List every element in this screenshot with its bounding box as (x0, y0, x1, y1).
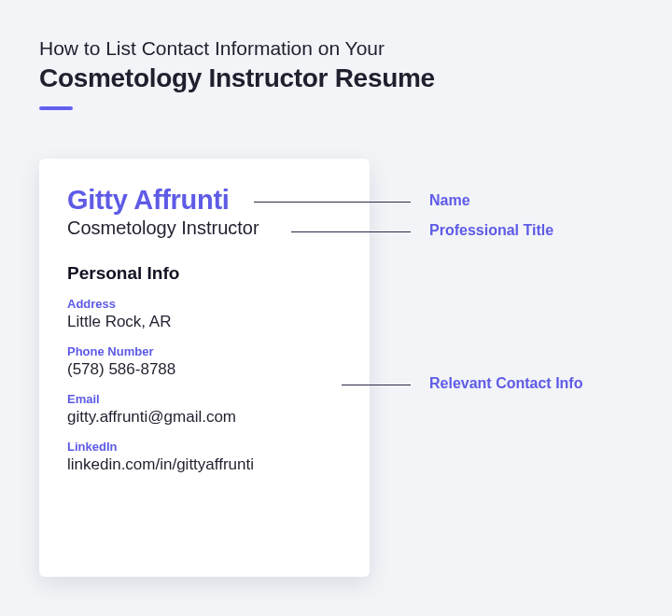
connector-title (291, 231, 411, 232)
section-personal-info: Personal Info (67, 263, 342, 284)
resume-name: Gitty Affrunti (67, 185, 342, 216)
resume-card: Gitty Affrunti Cosmetology Instructor Pe… (39, 159, 370, 577)
phone-label: Phone Number (67, 344, 342, 358)
annotation-name: Name (429, 192, 470, 209)
email-value: gitty.affrunti@gmail.com (67, 408, 342, 427)
address-label: Address (67, 297, 342, 311)
connector-name (254, 202, 411, 203)
email-label: Email (67, 392, 342, 406)
annotation-contact: Relevant Contact Info (429, 375, 582, 392)
annotation-title: Professional Title (429, 222, 553, 239)
heading-line2: Cosmetology Instructor Resume (39, 63, 633, 93)
linkedin-label: LinkedIn (67, 440, 342, 454)
linkedin-value: linkedin.com/in/gittyaffrunti (67, 455, 342, 474)
heading-line1: How to List Contact Information on Your (39, 37, 633, 60)
connector-contact (342, 385, 411, 385)
resume-title: Cosmetology Instructor (67, 217, 342, 239)
heading-underline (39, 106, 73, 110)
phone-value: (578) 586-8788 (67, 360, 342, 379)
address-value: Little Rock, AR (67, 313, 342, 331)
